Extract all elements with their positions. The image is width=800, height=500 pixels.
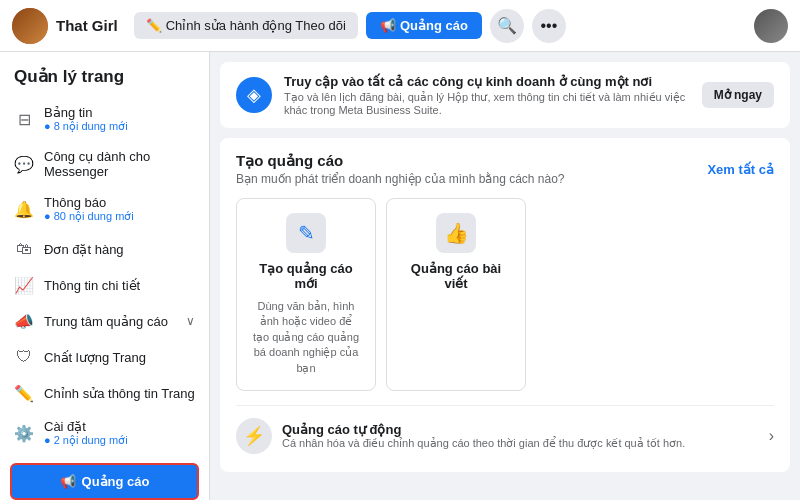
- bangtin-label: Bảng tin: [44, 105, 195, 120]
- banner-desc: Tạo và lên lịch đăng bài, quản lý Hộp th…: [284, 91, 690, 116]
- ads-section-header: Tạo quảng cáo Bạn muốn phát triển doanh …: [236, 152, 774, 186]
- chatluong-icon: 🛡: [14, 347, 34, 367]
- sidebar-ads-label: Quảng cáo: [82, 474, 150, 489]
- ads-cards-container: ✎ Tạo quảng cáo mới Dùng văn bản, hình ả…: [236, 198, 774, 391]
- edit-icon: ✏️: [146, 18, 162, 33]
- bangtin-badge: ● 8 nội dung mới: [44, 120, 195, 133]
- banner-icon: ◈: [236, 77, 272, 113]
- view-all-link[interactable]: Xem tất cả: [707, 162, 774, 177]
- search-button[interactable]: 🔍: [490, 9, 524, 43]
- banner-title: Truy cập vào tất cả các công cụ kinh doa…: [284, 74, 690, 89]
- business-suite-banner: ◈ Truy cập vào tất cả các công cụ kinh d…: [220, 62, 790, 128]
- chatluong-label: Chất lượng Trang: [44, 350, 195, 365]
- new-ad-icon: ✎: [286, 213, 326, 253]
- sidebar-ads-button[interactable]: 📢 Quảng cáo: [10, 463, 199, 500]
- top-nav: That Girl ✏️ Chỉnh sửa hành động Theo dõ…: [0, 0, 800, 52]
- post-ad-card[interactable]: 👍 Quảng cáo bài viết: [386, 198, 526, 391]
- sidebar-ads-icon: 📢: [60, 474, 76, 489]
- banner-open-button[interactable]: Mở ngay: [702, 82, 774, 108]
- edit-action-button[interactable]: ✏️ Chỉnh sửa hành động Theo dõi: [134, 12, 358, 39]
- ads-section-title: Tạo quảng cáo: [236, 152, 565, 170]
- sidebar-item-trungtam[interactable]: 📣 Trung tâm quảng cáo ∨: [0, 303, 209, 339]
- more-icon: •••: [540, 17, 557, 35]
- caidat-badge: ● 2 nội dung mới: [44, 434, 195, 447]
- messenger-label: Công cụ dành cho Messenger: [44, 149, 195, 179]
- bangtin-icon: ⊟: [14, 109, 34, 129]
- sidebar-item-dondat[interactable]: 🛍 Đơn đặt hàng: [0, 231, 209, 267]
- ads-nav-label: Quảng cáo: [400, 18, 468, 33]
- auto-ads-title: Quảng cáo tự động: [282, 422, 685, 437]
- thongtin-label: Thông tin chi tiết: [44, 278, 195, 293]
- thongbao-label: Thông báo: [44, 195, 195, 210]
- page-name: That Girl: [56, 17, 118, 34]
- auto-ads-desc: Cá nhân hóa và điều chỉnh quảng cáo theo…: [282, 437, 685, 450]
- caidat-icon: ⚙️: [14, 423, 34, 443]
- page-avatar: [12, 8, 48, 44]
- thongtin-icon: 📈: [14, 275, 34, 295]
- sidebar-item-caidat[interactable]: ⚙️ Cài đặt ● 2 nội dung mới: [0, 411, 209, 455]
- ads-section: Tạo quảng cáo Bạn muốn phát triển doanh …: [220, 138, 790, 472]
- ads-button-nav[interactable]: 📢 Quảng cáo: [366, 12, 482, 39]
- new-ad-desc: Dùng văn bản, hình ảnh hoặc video để tạo…: [251, 299, 361, 376]
- sidebar-title: Quản lý trang: [0, 62, 209, 97]
- search-icon: 🔍: [497, 16, 517, 35]
- auto-ads-row[interactable]: ⚡ Quảng cáo tự động Cá nhân hóa và điều …: [236, 405, 774, 458]
- ads-section-subtitle: Bạn muốn phát triển doanh nghiệp của mìn…: [236, 172, 565, 186]
- user-avatar: [754, 9, 788, 43]
- sidebar-item-chatluong[interactable]: 🛡 Chất lượng Trang: [0, 339, 209, 375]
- auto-ads-icon: ⚡: [236, 418, 272, 454]
- new-ad-title: Tạo quảng cáo mới: [251, 261, 361, 291]
- trungtam-chevron: ∨: [186, 314, 195, 328]
- sidebar-item-bangtin[interactable]: ⊟ Bảng tin ● 8 nội dung mới: [0, 97, 209, 141]
- ads-nav-icon: 📢: [380, 18, 396, 33]
- dondat-icon: 🛍: [14, 239, 34, 259]
- trungtam-label: Trung tâm quảng cáo: [44, 314, 176, 329]
- sidebar-item-messenger[interactable]: 💬 Công cụ dành cho Messenger: [0, 141, 209, 187]
- dondat-label: Đơn đặt hàng: [44, 242, 195, 257]
- messenger-icon: 💬: [14, 154, 34, 174]
- post-ad-title: Quảng cáo bài viết: [401, 261, 511, 291]
- thongbao-icon: 🔔: [14, 199, 34, 219]
- auto-ads-chevron: ›: [769, 427, 774, 445]
- new-ad-card[interactable]: ✎ Tạo quảng cáo mới Dùng văn bản, hình ả…: [236, 198, 376, 391]
- suite-icon: ◈: [247, 84, 261, 106]
- caidat-label: Cài đặt: [44, 419, 195, 434]
- main-layout: Quản lý trang ⊟ Bảng tin ● 8 nội dung mớ…: [0, 52, 800, 500]
- content-area: ◈ Truy cập vào tất cả các công cụ kinh d…: [210, 52, 800, 500]
- chinhsua-icon: ✏️: [14, 383, 34, 403]
- post-ad-icon: 👍: [436, 213, 476, 253]
- edit-action-label: Chỉnh sửa hành động Theo dõi: [166, 18, 346, 33]
- chinhsua-label: Chỉnh sửa thông tin Trang: [44, 386, 195, 401]
- sidebar-item-chinhsua[interactable]: ✏️ Chỉnh sửa thông tin Trang: [0, 375, 209, 411]
- sidebar: Quản lý trang ⊟ Bảng tin ● 8 nội dung mớ…: [0, 52, 210, 500]
- sidebar-item-thongbao[interactable]: 🔔 Thông báo ● 80 nội dung mới: [0, 187, 209, 231]
- trungtam-icon: 📣: [14, 311, 34, 331]
- sidebar-item-thongtin[interactable]: 📈 Thông tin chi tiết: [0, 267, 209, 303]
- thongbao-badge: ● 80 nội dung mới: [44, 210, 195, 223]
- more-button[interactable]: •••: [532, 9, 566, 43]
